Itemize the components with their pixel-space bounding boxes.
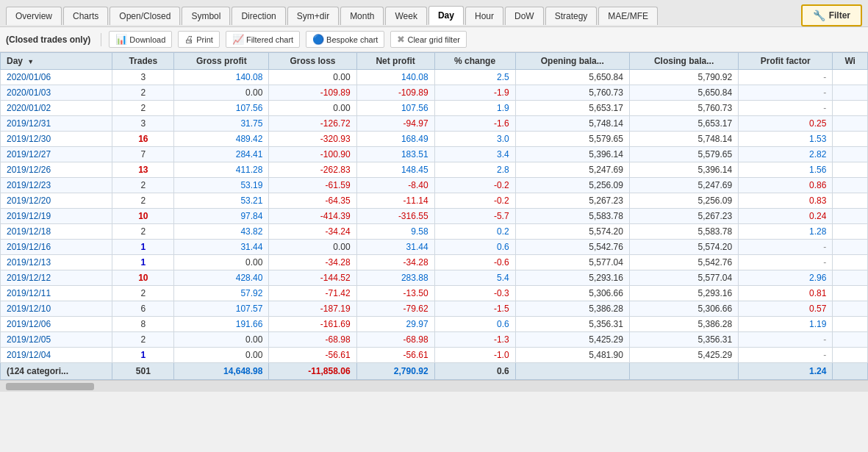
tab-strategy[interactable]: Strategy: [545, 7, 598, 25]
col-header-gross-profit[interactable]: Gross profit: [174, 53, 269, 70]
cell-day[interactable]: 2019/12/20: [1, 193, 112, 209]
cell-gross-profit: 107.56: [174, 101, 269, 116]
cell-day[interactable]: 2019/12/30: [1, 132, 112, 147]
download-button[interactable]: 📊 Download: [109, 31, 172, 48]
print-button[interactable]: 🖨 Print: [178, 31, 220, 48]
cell-profit-factor: 0.83: [739, 193, 833, 209]
cell-profit-factor: 0.86: [739, 178, 833, 193]
cell-trades: 3: [112, 70, 174, 85]
toolbar: (Closed trades only) 📊 Download 🖨 Print …: [0, 27, 868, 52]
data-table-container: Day ▼ Trades Gross profit Gross loss Net…: [0, 52, 868, 380]
cell-gross-loss: 0.00: [269, 70, 356, 85]
cell-opening-bal: 5,356.31: [515, 317, 629, 332]
tab-dow[interactable]: DoW: [505, 7, 544, 25]
bespoke-chart-button[interactable]: 🔵 Bespoke chart: [306, 31, 384, 48]
tab-charts[interactable]: Charts: [63, 7, 108, 25]
col-header-day[interactable]: Day ▼: [1, 53, 112, 70]
cell-opening-bal: 5,579.65: [515, 132, 629, 147]
cell-day[interactable]: 2019/12/12: [1, 270, 112, 286]
cell-pct-change: -5.7: [434, 209, 515, 224]
table-row: 2020/01/022107.560.00107.561.95,653.175,…: [1, 101, 868, 116]
cell-opening-bal: 5,542.76: [515, 240, 629, 255]
footer-opening-bal: [515, 363, 629, 380]
cell-trades: 2: [112, 224, 174, 240]
footer-row: (124 categori... 501 14,648.98 -11,858.0…: [1, 363, 868, 380]
cell-day[interactable]: 2019/12/11: [1, 286, 112, 301]
cell-day[interactable]: 2019/12/10: [1, 301, 112, 317]
cell-trades: 16: [112, 132, 174, 147]
col-header-net-profit[interactable]: Net profit: [356, 53, 434, 70]
tab-direction[interactable]: Direction: [232, 7, 285, 25]
print-label: Print: [196, 35, 213, 44]
cell-opening-bal: 5,247.69: [515, 162, 629, 178]
cell-day[interactable]: 2019/12/27: [1, 147, 112, 162]
cell-opening-bal: 5,293.16: [515, 270, 629, 286]
cell-net-profit: 168.49: [356, 132, 434, 147]
cell-day[interactable]: 2019/12/13: [1, 255, 112, 270]
tab-open-closed[interactable]: Open/Closed: [110, 7, 180, 25]
cell-profit-factor: -: [739, 332, 833, 348]
col-header-trades[interactable]: Trades: [112, 53, 174, 70]
table-header-row: Day ▼ Trades Gross profit Gross loss Net…: [1, 53, 868, 70]
cell-day[interactable]: 2019/12/18: [1, 224, 112, 240]
cell-day[interactable]: 2020/01/03: [1, 85, 112, 101]
tab-day[interactable]: Day: [428, 6, 464, 25]
tab-month[interactable]: Month: [340, 7, 384, 25]
col-header-pct-change[interactable]: % change: [434, 53, 515, 70]
tab-symbol[interactable]: Symbol: [182, 7, 230, 25]
cell-net-profit: 107.56: [356, 101, 434, 116]
filter-button[interactable]: 🔧 Filter: [801, 4, 862, 26]
cell-day[interactable]: 2019/12/26: [1, 162, 112, 178]
cell-gross-loss: -56.61: [269, 348, 356, 363]
tab-overview[interactable]: Overview: [6, 7, 62, 25]
tab-week[interactable]: Week: [385, 7, 426, 25]
cell-closing-bal: 5,247.69: [629, 178, 738, 193]
filtered-chart-button[interactable]: 📈 Filtered chart: [226, 31, 300, 48]
col-header-profit-factor[interactable]: Profit factor: [739, 53, 833, 70]
cell-closing-bal: 5,306.66: [629, 301, 738, 317]
cell-pct-change: 0.6: [434, 317, 515, 332]
clear-grid-icon: ✖: [397, 34, 405, 45]
cell-closing-bal: 5,579.65: [629, 147, 738, 162]
col-header-closing-bal[interactable]: Closing bala...: [629, 53, 738, 70]
app-container: Overview Charts Open/Closed Symbol Direc…: [0, 0, 868, 392]
cell-day[interactable]: 2019/12/23: [1, 178, 112, 193]
cell-profit-factor: 0.57: [739, 301, 833, 317]
clear-grid-button[interactable]: ✖ Clear grid filter: [390, 31, 467, 48]
scroll-indicator[interactable]: [0, 380, 868, 392]
cell-day[interactable]: 2019/12/06: [1, 317, 112, 332]
cell-pct-change: 0.2: [434, 224, 515, 240]
cell-trades: 2: [112, 193, 174, 209]
tab-mae-mfe[interactable]: MAE/MFE: [598, 7, 658, 25]
cell-day[interactable]: 2020/01/06: [1, 70, 112, 85]
table-row: 2019/12/31331.75-126.72-94.97-1.65,748.1…: [1, 116, 868, 132]
cell-day[interactable]: 2019/12/05: [1, 332, 112, 348]
cell-gross-profit: 53.21: [174, 193, 269, 209]
cell-net-profit: 140.08: [356, 70, 434, 85]
cell-day[interactable]: 2020/01/02: [1, 101, 112, 116]
scroll-thumb[interactable]: [6, 383, 94, 390]
cell-opening-bal: 5,760.73: [515, 85, 629, 101]
cell-opening-bal: 5,481.90: [515, 348, 629, 363]
cell-day[interactable]: 2019/12/04: [1, 348, 112, 363]
col-header-wi[interactable]: Wi: [833, 53, 868, 70]
cell-day[interactable]: 2019/12/16: [1, 240, 112, 255]
cell-profit-factor: 1.28: [739, 224, 833, 240]
tab-sym-dir[interactable]: Sym+dir: [287, 7, 339, 25]
cell-pct-change: -1.9: [434, 85, 515, 101]
table-row: 2020/01/063140.080.00140.082.55,650.845,…: [1, 70, 868, 85]
cell-wi: [833, 240, 868, 255]
col-header-opening-bal[interactable]: Opening bala...: [515, 53, 629, 70]
tab-hour[interactable]: Hour: [465, 7, 503, 25]
col-header-gross-loss[interactable]: Gross loss: [269, 53, 356, 70]
cell-net-profit: -109.89: [356, 85, 434, 101]
nav-tabs: Overview Charts Open/Closed Symbol Direc…: [0, 0, 868, 27]
cell-day[interactable]: 2019/12/31: [1, 116, 112, 132]
cell-profit-factor: 2.82: [739, 147, 833, 162]
cell-pct-change: 1.9: [434, 101, 515, 116]
cell-gross-loss: -61.59: [269, 178, 356, 193]
cell-trades: 3: [112, 116, 174, 132]
cell-wi: [833, 193, 868, 209]
cell-profit-factor: -: [739, 85, 833, 101]
cell-day[interactable]: 2019/12/19: [1, 209, 112, 224]
